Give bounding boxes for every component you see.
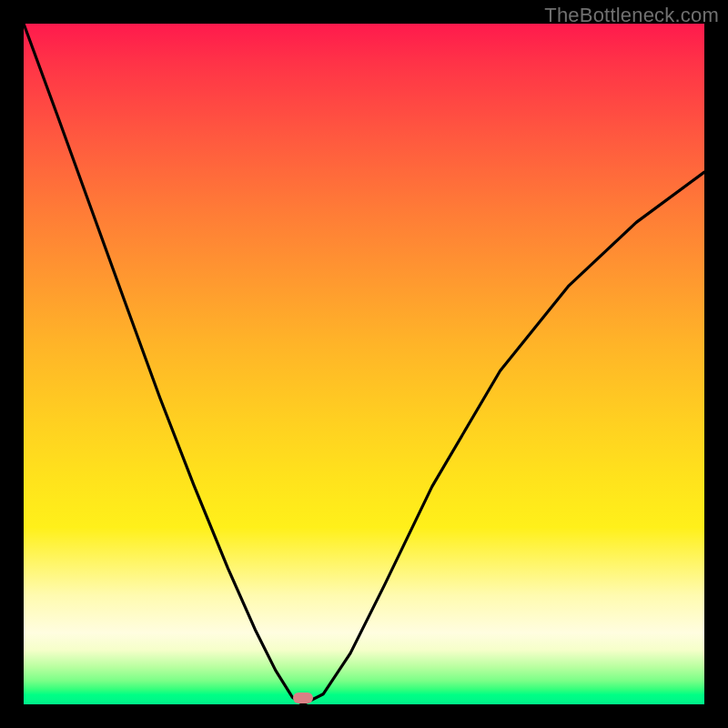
watermark-text: TheBottleneck.com	[544, 4, 719, 27]
bottleneck-curve	[24, 24, 704, 704]
optimal-marker	[293, 693, 313, 703]
chart-frame	[24, 24, 704, 704]
